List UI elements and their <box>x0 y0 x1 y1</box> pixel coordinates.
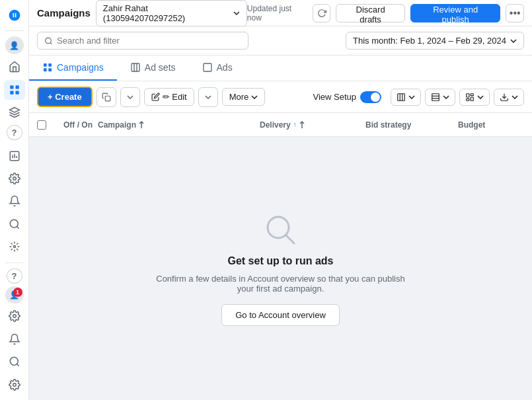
rows-chevron-icon <box>443 95 449 99</box>
svg-marker-4 <box>9 108 19 113</box>
settings-icon[interactable] <box>4 169 25 188</box>
svg-rect-23 <box>132 63 139 71</box>
meta-logo-icon[interactable] <box>4 5 25 25</box>
gear-bottom-icon[interactable] <box>4 375 25 395</box>
svg-rect-31 <box>432 93 439 100</box>
th-delivery[interactable]: Delivery ↑ <box>260 120 365 130</box>
date-range-text: This month: Feb 1, 2024 – Feb 29, 2024 <box>353 36 506 46</box>
svg-rect-3 <box>15 91 19 94</box>
search-bottom-icon[interactable] <box>4 352 25 372</box>
empty-state: Get set up to run ads Confirm a few deta… <box>29 137 532 400</box>
date-range-selector[interactable]: This month: Feb 1, 2024 – Feb 29, 2024 <box>346 32 524 50</box>
settings-bottom-icon[interactable] <box>4 306 25 326</box>
th-bid-strategy: Bid strategy <box>365 120 458 130</box>
account-selector[interactable]: Zahir Rahat (1305942070297252) <box>96 0 247 26</box>
empty-title: Get set up to run ads <box>227 255 333 267</box>
rows-view-button[interactable] <box>425 89 455 106</box>
th-on-off-label: Off / On <box>63 120 93 130</box>
svg-point-16 <box>13 383 16 387</box>
top-bar-right: Updated just now Discard drafts Review a… <box>247 4 524 22</box>
duplicate-button[interactable] <box>96 87 116 107</box>
updated-text: Updated just now <box>247 4 307 22</box>
svg-rect-27 <box>105 96 110 101</box>
tab-campaigns[interactable]: Campaigns <box>29 56 117 81</box>
main-content: Campaigns Zahir Rahat (1305942070297252)… <box>29 0 532 400</box>
delivery-sort-arrow: ↑ <box>293 121 297 128</box>
campaigns-nav-icon[interactable] <box>4 80 25 100</box>
svg-rect-20 <box>48 63 52 67</box>
view-setup: View Setup <box>313 91 381 103</box>
edit-chevron-icon <box>205 95 211 99</box>
svg-point-10 <box>10 220 18 227</box>
top-bar-left: Campaigns Zahir Rahat (1305942070297252) <box>37 0 247 26</box>
more-options-button[interactable]: ••• <box>506 4 524 22</box>
duplicate-dropdown-button[interactable] <box>120 87 140 107</box>
user-avatar-icon[interactable]: 👤 <box>5 286 24 304</box>
view-setup-toggle[interactable] <box>360 91 381 103</box>
export-button[interactable] <box>494 89 524 106</box>
tab-campaigns-label: Campaigns <box>57 62 104 73</box>
th-budget: Budget <box>458 120 524 130</box>
sidebar-nav: 👤 ? <box>0 0 29 400</box>
export-icon <box>500 93 509 102</box>
svg-point-17 <box>46 38 52 44</box>
svg-line-11 <box>17 226 19 228</box>
svg-rect-36 <box>471 97 473 100</box>
rows-icon <box>431 93 440 102</box>
search-nav-icon[interactable] <box>4 214 25 234</box>
discard-drafts-button[interactable]: Discard drafts <box>336 4 405 22</box>
layers-icon[interactable] <box>4 102 25 122</box>
columns-icon <box>397 93 406 102</box>
export-chevron-icon <box>512 95 518 99</box>
page-title: Campaigns <box>37 7 91 19</box>
go-to-account-button[interactable]: Go to Account overview <box>221 304 340 326</box>
edit-button[interactable]: ✏ Edit <box>144 88 194 106</box>
more-label: More <box>229 92 249 102</box>
svg-rect-21 <box>44 68 47 71</box>
tab-ads-label: Ads <box>217 62 233 73</box>
more-button[interactable]: More <box>222 88 266 106</box>
th-bid-label: Bid strategy <box>365 120 411 130</box>
search-row: This month: Feb 1, 2024 – Feb 29, 2024 <box>29 26 532 56</box>
columns-view-button[interactable] <box>391 89 421 106</box>
edit-icon <box>151 93 160 101</box>
search-input[interactable] <box>57 36 241 46</box>
help-icon[interactable]: ? <box>7 125 22 140</box>
tab-adsets[interactable]: Ad sets <box>117 56 189 81</box>
svg-point-9 <box>13 177 16 180</box>
svg-rect-35 <box>471 93 473 95</box>
create-button[interactable]: + Create <box>37 87 93 107</box>
sort-icon <box>139 121 144 129</box>
edit-dropdown-button[interactable] <box>198 87 218 107</box>
select-all-checkbox[interactable] <box>37 120 46 130</box>
layout-view-button[interactable] <box>459 89 490 106</box>
svg-rect-1 <box>15 85 19 89</box>
duplicate-icon <box>102 93 111 102</box>
bug-icon[interactable] <box>4 237 25 257</box>
svg-rect-2 <box>10 91 13 94</box>
bell-bottom-icon[interactable] <box>4 329 25 349</box>
table-header: Off / On Campaign Delivery ↑ Bid strateg… <box>29 113 532 137</box>
edit-label: ✏ Edit <box>163 92 187 102</box>
layout-icon <box>465 93 475 102</box>
updated-status: Updated just now <box>247 4 307 22</box>
nav-divider-2 <box>5 262 24 263</box>
svg-point-14 <box>10 358 18 366</box>
tab-ads[interactable]: Ads <box>189 56 246 81</box>
empty-search-icon <box>262 212 299 249</box>
svg-line-40 <box>286 235 294 243</box>
reports-icon[interactable] <box>4 145 25 165</box>
refresh-icon <box>317 9 326 18</box>
search-icon <box>44 36 53 46</box>
review-publish-button[interactable]: Review and publish <box>410 4 501 22</box>
avatar-icon[interactable]: 👤 <box>5 36 24 54</box>
th-campaign[interactable]: Campaign <box>98 120 260 130</box>
help-bottom-icon[interactable]: ? <box>7 268 22 284</box>
search-box[interactable] <box>37 32 248 50</box>
svg-line-15 <box>17 364 19 366</box>
bell-icon[interactable] <box>4 191 25 211</box>
refresh-button[interactable] <box>313 4 331 22</box>
svg-rect-26 <box>204 63 211 71</box>
home-icon[interactable] <box>4 57 25 77</box>
nav-divider-1 <box>5 30 24 31</box>
